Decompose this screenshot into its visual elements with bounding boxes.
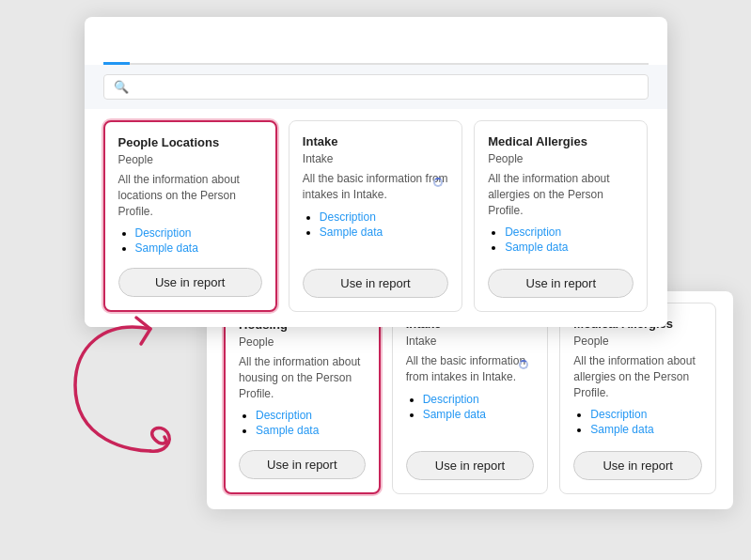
search-input[interactable] [134,80,638,94]
card-link-item-0-medical-allergies: Description [505,226,634,239]
search-input-wrap: 🔍 [103,74,649,100]
use-in-report-button-medical-allergies2[interactable]: Use in report [573,451,702,480]
cards-grid: People LocationsPeopleAll the informatio… [85,109,667,327]
card-subtitle-intake: Intake [303,152,448,165]
card-links-intake: DescriptionSample data [303,210,448,241]
card-title-people-locations: People Locations [118,135,262,149]
card-link-sample-data-medical-allergies2[interactable]: Sample data [590,423,653,436]
card-link-sample-data-intake[interactable]: Sample data [320,226,383,239]
card-desc-intake2: All the basic information from intakes i… [406,353,535,385]
search-icon: 🔍 [114,80,129,94]
modal-header [85,17,667,65]
card-links-intake2: DescriptionSample data [406,393,535,423]
card-link-sample-data-housing[interactable]: Sample data [256,424,319,437]
card-link-item-0-intake: Description [320,210,448,224]
card-link-item-0-housing: Description [256,409,366,422]
choose-data-source-modal: 🔍 People LocationsPeopleAll the informat… [85,17,667,327]
card-subtitle-housing: People [239,335,366,349]
panel-below-cards-grid: HousingPeopleAll the information about h… [224,303,716,494]
card-subtitle-intake2: Intake [406,334,535,348]
card-links-medical-allergies2: DescriptionSample data [573,408,702,438]
card-people-locations: People LocationsPeopleAll the informatio… [103,120,277,312]
card-desc-people-locations: All the information about locations on t… [118,172,262,219]
use-in-report-button-intake2[interactable]: Use in report [406,451,535,480]
card-link-description-housing[interactable]: Description [256,409,312,422]
use-in-report-button-intake[interactable]: Use in report [303,269,448,298]
card-medical-allergies: Medical AllergiesPeopleAll the informati… [474,120,648,312]
card-link-item-1-housing: Sample data [256,424,366,437]
card-title-intake: Intake [303,134,448,148]
card-link-item-1-intake2: Sample data [423,408,535,421]
card-subtitle-people-locations: People [118,153,262,166]
card-intake2: IntakeIntakeAll the basic information fr… [392,303,549,494]
card-desc-medical-allergies: All the information about allergies on t… [488,171,634,218]
card-link-item-0-intake2: Description [423,393,535,406]
card-link-description-intake2[interactable]: Description [423,393,479,406]
card-title-medical-allergies: Medical Allergies [488,134,634,148]
card-intake: IntakeIntakeAll the basic information fr… [289,120,462,312]
card-subtitle-medical-allergies: People [488,152,634,165]
card-link-sample-data-intake2[interactable]: Sample data [423,408,486,421]
card-medical-allergies2: Medical AllergiesPeopleAll the informati… [559,303,716,494]
card-desc-medical-allergies2: All the information about allergies on t… [573,353,702,400]
card-links-people-locations: DescriptionSample data [118,226,262,257]
card-links-medical-allergies: DescriptionSample data [488,226,634,256]
card-link-description-people-locations[interactable]: Description [135,226,192,240]
tab-casebook-data[interactable] [103,47,130,65]
card-subtitle-medical-allergies2: People [573,334,702,348]
card-link-sample-data-people-locations[interactable]: Sample data [135,241,198,255]
card-link-item-1-intake: Sample data [320,226,448,239]
card-link-item-0-medical-allergies2: Description [590,408,702,421]
card-link-item-0-people-locations: Description [135,226,262,240]
use-in-report-button-people-locations[interactable]: Use in report [118,268,262,297]
tabs [103,47,649,65]
card-desc-intake: All the basic information from intakes i… [303,171,448,203]
card-link-description-intake[interactable]: Description [320,210,376,224]
card-link-description-medical-allergies[interactable]: Description [505,226,561,239]
use-in-report-button-housing[interactable]: Use in report [239,450,366,479]
tab-form-data[interactable] [130,47,156,65]
card-link-description-medical-allergies2[interactable]: Description [590,408,647,421]
use-in-report-button-medical-allergies[interactable]: Use in report [488,269,634,298]
card-housing: HousingPeopleAll the information about h… [224,303,381,494]
card-link-item-1-medical-allergies2: Sample data [590,423,702,436]
card-link-sample-data-medical-allergies[interactable]: Sample data [505,241,568,254]
card-link-item-1-medical-allergies: Sample data [505,241,634,254]
card-desc-housing: All the information about housing on the… [239,354,366,401]
search-bar: 🔍 [85,65,667,109]
card-link-item-1-people-locations: Sample data [135,241,262,255]
card-links-housing: DescriptionSample data [239,409,366,439]
